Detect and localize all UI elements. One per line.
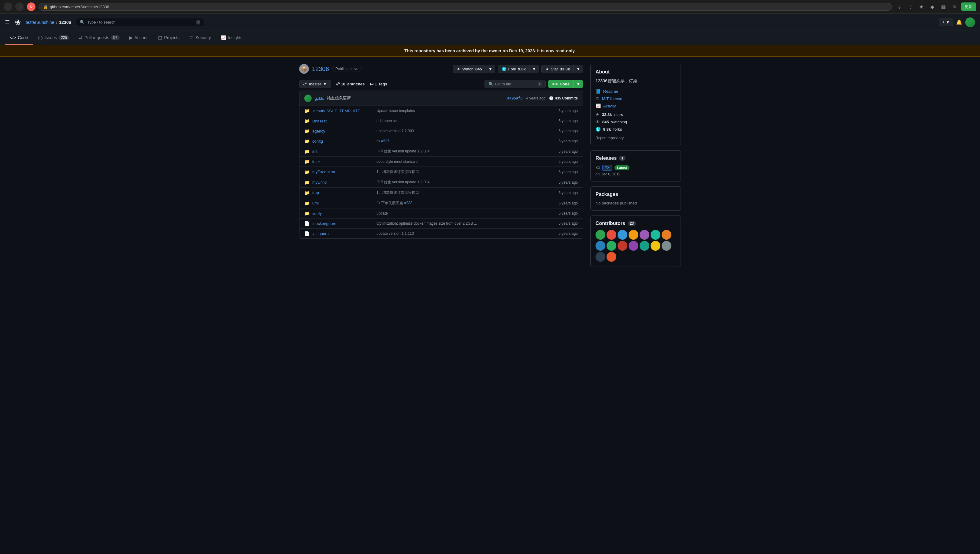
releases-label: Releases bbox=[595, 155, 617, 161]
nav-item-code[interactable]: </> Code bbox=[5, 31, 33, 45]
contributor-avatar[interactable] bbox=[628, 230, 638, 239]
release-tag[interactable]: YX bbox=[602, 164, 612, 171]
hamburger-menu-button[interactable]: ☰ bbox=[5, 19, 10, 26]
readme-link[interactable]: 📘 Readme bbox=[595, 89, 676, 94]
file-name[interactable]: verify bbox=[312, 211, 374, 216]
contributor-avatar[interactable] bbox=[617, 241, 627, 251]
browser-forward-button[interactable]: → bbox=[15, 2, 24, 11]
file-name[interactable]: uml bbox=[312, 201, 374, 205]
nav-pr-label: Pull requests bbox=[84, 35, 109, 40]
activity-link[interactable]: 📈 Activity bbox=[595, 104, 676, 109]
browser-share-button[interactable]: ⇧ bbox=[906, 2, 915, 11]
table-row: 📄.dockerignoreOptimization: optimize doc… bbox=[299, 219, 583, 228]
browser-url-bar[interactable]: 🔒 github.com/testerSunshine/12306 bbox=[38, 3, 892, 11]
search-kbd-hint: / bbox=[196, 20, 200, 24]
contributor-avatar[interactable] bbox=[606, 252, 616, 262]
browser-download-button[interactable]: ⇓ bbox=[895, 2, 904, 11]
contributor-avatar[interactable] bbox=[640, 241, 649, 251]
search-bar[interactable]: 🔍 Type / to search / bbox=[76, 18, 204, 26]
browser-update-button[interactable]: 更新 bbox=[961, 2, 976, 11]
file-name[interactable]: .dockerignore bbox=[312, 221, 374, 226]
repo-title[interactable]: 12306 bbox=[312, 65, 329, 73]
folder-icon: 📁 bbox=[304, 201, 309, 206]
code-dropdown-button[interactable]: ▼ bbox=[573, 80, 583, 88]
file-name[interactable]: UnitTest bbox=[312, 119, 374, 123]
watch-dropdown-button[interactable]: ▼ bbox=[486, 65, 495, 73]
file-message: Optimization: optimize docker images siz… bbox=[377, 221, 555, 225]
browser-layout-button[interactable]: ▦ bbox=[939, 2, 948, 11]
file-name[interactable]: init bbox=[312, 149, 374, 154]
contributor-avatar[interactable] bbox=[640, 230, 649, 239]
code-label: Code bbox=[560, 82, 570, 86]
commits-history-link[interactable]: 🕐 435 Commits bbox=[549, 96, 578, 101]
file-message-link[interactable]: #537 bbox=[381, 139, 389, 143]
book-icon: 📘 bbox=[595, 89, 601, 94]
file-name[interactable]: .gitignore bbox=[312, 231, 374, 236]
file-name[interactable]: myUrllib bbox=[312, 180, 374, 185]
contributor-avatar[interactable] bbox=[651, 241, 660, 251]
contributor-avatar[interactable] bbox=[617, 230, 627, 239]
browser-extension-button[interactable]: ◆ bbox=[928, 2, 937, 11]
license-link[interactable]: ⚖ MIT license bbox=[595, 96, 676, 101]
go-to-file-button[interactable]: 🔍 Go to file t bbox=[485, 80, 546, 88]
commit-sha[interactable]: a495af8 bbox=[507, 96, 523, 101]
contributor-avatar[interactable] bbox=[628, 241, 638, 251]
contributor-avatar[interactable] bbox=[606, 230, 616, 239]
file-name[interactable]: tmp bbox=[312, 190, 374, 195]
breadcrumb-user-link[interactable]: testerSunshine bbox=[26, 20, 54, 25]
packages-section: Packages No packages published bbox=[590, 187, 681, 211]
contributor-avatar[interactable] bbox=[662, 241, 671, 251]
archive-banner: This repository has been archived by the… bbox=[0, 45, 980, 57]
watch-btn-group: 👁 Watch 845 ▼ bbox=[453, 65, 495, 73]
contributor-avatar[interactable] bbox=[662, 230, 671, 239]
contributor-avatar[interactable] bbox=[595, 252, 605, 262]
folder-icon: 📁 bbox=[304, 129, 309, 133]
nav-item-security[interactable]: 🛡 Security bbox=[185, 31, 216, 45]
file-message: 下单优化 version update 1.2.004 bbox=[377, 180, 555, 185]
stars-label: stars bbox=[614, 112, 623, 117]
browser-profile-button[interactable]: ☺ bbox=[950, 2, 959, 11]
forks-label: forks bbox=[613, 127, 622, 132]
branch-selector[interactable]: ☍ master ▼ bbox=[299, 80, 331, 88]
contributor-avatar[interactable] bbox=[606, 241, 616, 251]
nav-item-issues[interactable]: ◯ Issues 225 bbox=[33, 31, 74, 45]
contributor-avatar[interactable] bbox=[595, 241, 605, 251]
file-message-link[interactable]: #288 bbox=[404, 201, 413, 205]
file-name[interactable]: inter bbox=[312, 160, 374, 164]
fork-dropdown-button[interactable]: ▼ bbox=[530, 65, 539, 73]
nav-item-projects[interactable]: ◫ Projects bbox=[153, 31, 185, 45]
browser-bookmark-button[interactable]: ★ bbox=[917, 2, 926, 11]
tags-link[interactable]: 🏷 1 Tags bbox=[369, 82, 387, 86]
forks-stat: ⛎ 9.8k forks bbox=[595, 127, 676, 132]
contributor-avatar[interactable] bbox=[651, 230, 660, 239]
browser-refresh-button[interactable]: ↻ bbox=[27, 2, 35, 11]
table-row: 📄.gitignoreupdate version 1.1.1105 years… bbox=[299, 228, 583, 238]
new-item-button[interactable]: + ▼ bbox=[939, 18, 953, 26]
user-avatar[interactable] bbox=[965, 18, 975, 27]
file-name[interactable]: agency bbox=[312, 129, 374, 133]
commit-author[interactable]: gzldc bbox=[315, 96, 324, 101]
file-name[interactable]: .github/ISSUE_TEMPLATE bbox=[312, 109, 374, 113]
file-time: 5 years ago bbox=[558, 201, 578, 205]
branch-dropdown-icon: ▼ bbox=[323, 82, 327, 86]
repo-icon: 📦 bbox=[299, 64, 309, 74]
star-button[interactable]: ★ Star 33.3k bbox=[541, 65, 574, 73]
table-row: 📁intercode style meet standard5 years ag… bbox=[299, 157, 583, 167]
packages-title: Packages bbox=[595, 192, 676, 197]
star-dropdown-button[interactable]: ▼ bbox=[574, 65, 583, 73]
file-message: 1、增加快速订票流程接口 bbox=[377, 169, 555, 174]
file-name[interactable]: config bbox=[312, 139, 374, 144]
watch-button[interactable]: 👁 Watch 845 bbox=[453, 65, 486, 73]
nav-item-actions[interactable]: ▶ Actions bbox=[124, 31, 154, 45]
nav-item-insights[interactable]: 📈 Insights bbox=[216, 31, 247, 45]
fork-button[interactable]: ⛎ Fork 9.8k bbox=[498, 65, 530, 73]
about-section: About 12306智能刷票，订票 📘 Readme ⚖ MIT licens… bbox=[590, 64, 681, 145]
notifications-button[interactable]: 🔔 bbox=[954, 18, 964, 27]
file-name[interactable]: myException bbox=[312, 169, 374, 174]
branches-link[interactable]: ☍ 10 Branches bbox=[336, 82, 365, 86]
browser-back-button[interactable]: ← bbox=[4, 2, 12, 11]
contributor-avatar[interactable] bbox=[595, 230, 605, 239]
report-repository-link[interactable]: Report repository bbox=[595, 136, 624, 140]
code-button[interactable]: </> Code bbox=[548, 80, 573, 88]
nav-item-pull-requests[interactable]: ⇄ Pull requests 57 bbox=[74, 31, 124, 45]
